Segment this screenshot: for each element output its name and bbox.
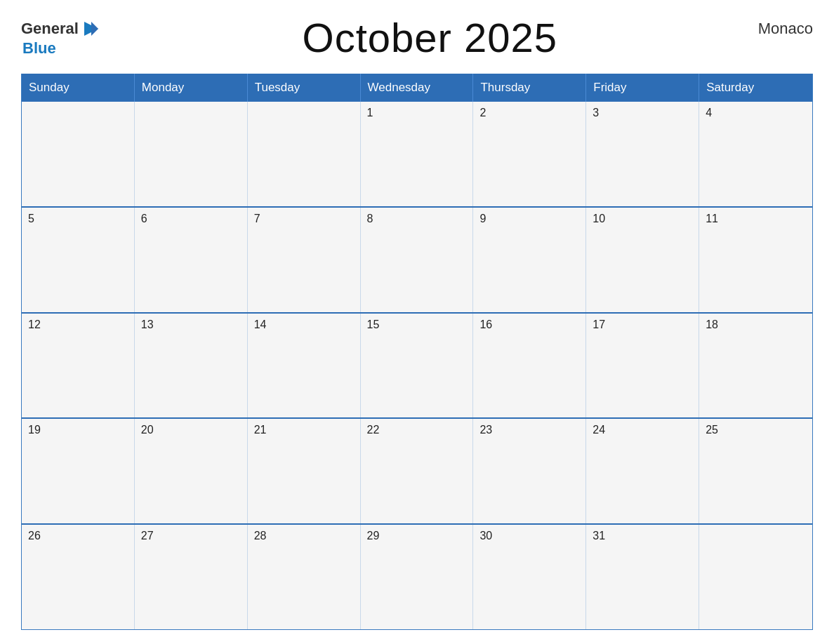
day-cell-w5-d2: 27 [135, 525, 248, 629]
day-number: 19 [28, 424, 128, 436]
day-cell-w5-d7 [699, 525, 812, 629]
day-number: 22 [367, 424, 467, 436]
header-thursday: Thursday [473, 74, 586, 102]
calendar-weeks: 1234567891011121314151617181920212223242… [22, 102, 812, 629]
day-cell-w4-d7: 25 [699, 419, 812, 523]
day-number: 24 [593, 424, 692, 436]
day-number: 1 [367, 107, 467, 119]
day-cell-w3-d4: 15 [361, 314, 474, 418]
day-cell-w4-d1: 19 [22, 419, 135, 523]
week-row-3: 12131415161718 [22, 312, 812, 418]
day-number: 26 [28, 530, 128, 542]
day-cell-w3-d2: 13 [135, 314, 248, 418]
day-cell-w3-d7: 18 [699, 314, 812, 418]
day-cell-w3-d1: 12 [22, 314, 135, 418]
day-cell-w2-d2: 6 [135, 208, 248, 312]
day-number: 16 [479, 318, 579, 331]
day-cell-w4-d6: 24 [586, 419, 699, 523]
day-cell-w1-d5: 2 [473, 102, 586, 206]
week-row-1: 1234 [22, 102, 812, 206]
day-number: 31 [593, 530, 692, 542]
day-number: 13 [141, 318, 241, 331]
day-cell-w4-d2: 20 [135, 419, 248, 523]
day-number: 9 [479, 213, 579, 225]
day-number: 10 [593, 213, 692, 225]
day-number: 4 [706, 107, 806, 119]
day-number: 28 [254, 530, 354, 542]
day-cell-w2-d7: 11 [699, 208, 812, 312]
header-friday: Friday [586, 74, 699, 102]
day-number: 17 [593, 318, 692, 331]
day-number: 14 [254, 318, 354, 331]
calendar-title: October 2025 [303, 14, 557, 61]
day-cell-w3-d3: 14 [248, 314, 361, 418]
day-cell-w5-d5: 30 [473, 525, 586, 629]
country-label: Monaco [758, 20, 813, 38]
day-cell-w5-d3: 28 [248, 525, 361, 629]
day-number: 15 [367, 318, 467, 331]
day-number: 11 [706, 213, 806, 225]
header-wednesday: Wednesday [361, 74, 474, 102]
calendar: Sunday Monday Tuesday Wednesday Thursday… [21, 74, 813, 630]
day-number: 7 [254, 213, 354, 225]
day-cell-w5-d6: 31 [586, 525, 699, 629]
week-row-5: 262728293031 [22, 523, 812, 629]
days-header: Sunday Monday Tuesday Wednesday Thursday… [22, 74, 812, 102]
logo: General Blue [21, 18, 102, 58]
logo-blue-text: Blue [22, 39, 56, 58]
week-row-2: 567891011 [22, 206, 812, 312]
day-number: 12 [28, 318, 128, 331]
day-cell-w2-d4: 8 [361, 208, 474, 312]
day-cell-w1-d4: 1 [361, 102, 474, 206]
header-sunday: Sunday [22, 74, 135, 102]
header-monday: Monday [135, 74, 248, 102]
day-number: 30 [479, 530, 579, 542]
day-number: 5 [28, 213, 128, 225]
day-cell-w4-d3: 21 [248, 419, 361, 523]
header: General Blue October 2025 Monaco [21, 14, 813, 67]
day-cell-w2-d6: 10 [586, 208, 699, 312]
logo-triangle-icon [81, 18, 102, 39]
day-cell-w1-d1 [22, 102, 135, 206]
day-cell-w2-d3: 7 [248, 208, 361, 312]
day-cell-w3-d6: 17 [586, 314, 699, 418]
day-cell-w1-d2 [135, 102, 248, 206]
page: General Blue October 2025 Monaco Sunday … [0, 0, 834, 644]
day-number: 20 [141, 424, 241, 436]
day-number: 21 [254, 424, 354, 436]
day-cell-w4-d4: 22 [361, 419, 474, 523]
day-number: 2 [479, 107, 579, 119]
day-number: 29 [367, 530, 467, 542]
day-cell-w2-d1: 5 [22, 208, 135, 312]
day-number: 3 [593, 107, 692, 119]
day-cell-w5-d1: 26 [22, 525, 135, 629]
header-saturday: Saturday [699, 74, 812, 102]
day-number: 27 [141, 530, 241, 542]
week-row-4: 19202122232425 [22, 417, 812, 523]
svg-marker-1 [91, 22, 98, 36]
day-number: 6 [141, 213, 241, 225]
header-tuesday: Tuesday [248, 74, 361, 102]
day-cell-w4-d5: 23 [473, 419, 586, 523]
day-cell-w1-d3 [248, 102, 361, 206]
day-cell-w3-d5: 16 [473, 314, 586, 418]
day-number: 25 [706, 424, 806, 436]
logo-general-text: General [21, 21, 79, 36]
day-cell-w1-d6: 3 [586, 102, 699, 206]
day-cell-w5-d4: 29 [361, 525, 474, 629]
day-number: 23 [479, 424, 579, 436]
day-number: 8 [367, 213, 467, 225]
day-cell-w2-d5: 9 [473, 208, 586, 312]
day-number: 18 [706, 318, 806, 331]
day-cell-w1-d7: 4 [699, 102, 812, 206]
